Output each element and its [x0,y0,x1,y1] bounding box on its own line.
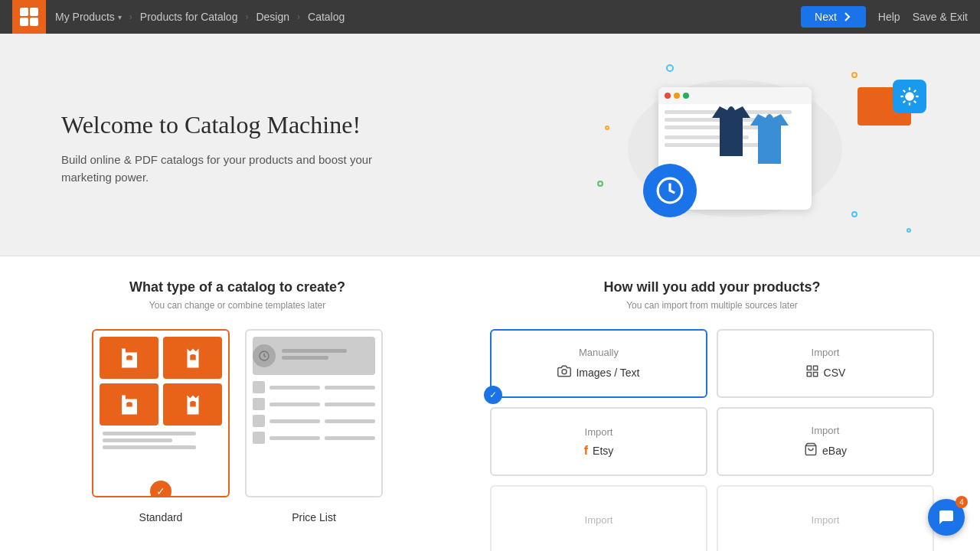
orange-cell-3 [100,383,158,425]
etsy-label: f Etsy [584,444,614,458]
other2-title: Import [812,514,840,526]
svg-rect-3 [30,18,38,26]
breadcrumb-my-products[interactable]: My Products ▾ [55,11,122,23]
catalog-type-standard[interactable]: ✓ [92,329,230,497]
bag-icon [804,442,818,458]
pl-row-4 [253,432,375,444]
main-content: What type of a catalog to create? You ca… [0,256,980,551]
pl-row-icon-4 [253,432,265,444]
product-option-etsy[interactable]: Import f Etsy [490,407,707,476]
breadcrumb-arrow-2: › [245,11,248,22]
svg-rect-16 [807,366,811,370]
app-logo[interactable] [12,0,46,34]
product-option-other1[interactable]: Import [490,485,707,551]
browser-bar [658,87,812,104]
svg-rect-17 [813,366,817,370]
svg-rect-18 [813,373,817,377]
pl-row-3 [253,415,375,427]
navbar: My Products ▾ › Products for Catalog › D… [0,0,980,34]
svg-point-15 [562,370,567,374]
breadcrumb-products-for-catalog[interactable]: Products for Catalog [140,11,238,23]
right-panel: How will you add your products? You can … [490,279,934,551]
grid-icon [805,364,819,380]
browser-dot-green [683,93,689,99]
standard-grid [100,337,222,425]
orange-cell-2 [163,337,222,379]
product-option-other2[interactable]: Import [717,485,934,551]
catalog-type-price-list[interactable] [245,329,383,497]
pl-row-line-1 [270,386,320,390]
manually-check-badge: ✓ [484,386,502,404]
pl-row-line-4 [270,436,320,440]
product-option-csv[interactable]: Import CSV [717,329,934,398]
hero-sun-icon [893,80,926,113]
dot-4 [851,211,858,217]
help-link[interactable]: Help [878,11,900,23]
text-line-1 [103,432,196,435]
dot-2 [851,72,858,78]
save-exit-link[interactable]: Save & Exit [913,11,968,23]
pl-row-line-4b [325,436,375,440]
breadcrumb-arrow-3: › [297,11,300,22]
svg-rect-2 [20,18,28,26]
manually-label: Images / Text [557,364,639,380]
pl-row-icon-1 [253,381,265,393]
pl-row-2 [253,398,375,410]
pl-lines [282,349,375,363]
svg-line-12 [903,101,906,103]
svg-rect-1 [30,8,38,16]
pl-row-line-1b [325,386,375,390]
pl-row-1 [253,381,375,393]
next-button[interactable]: Next [801,6,866,28]
standard-text-lines [100,432,222,449]
csv-title: Import [812,347,840,358]
left-panel: What type of a catalog to create? You ca… [46,279,429,551]
pl-row-line-2 [270,403,320,406]
hero-text: Welcome to Catalog Machine! Build online… [61,111,383,186]
pl-row-line-3 [270,419,320,423]
dropdown-arrow-icon: ▾ [118,13,122,21]
pricelist-card-inner [247,331,381,468]
catalog-type-subtitle: You can change or combine templates late… [46,300,429,311]
etsy-title: Import [585,426,613,438]
chat-button[interactable]: 4 [928,499,965,536]
catalog-type-title: What type of a catalog to create? [46,279,429,295]
svg-line-9 [903,90,906,93]
hero-illustration [597,64,919,233]
product-option-ebay[interactable]: Import eBay [717,407,934,476]
dot-5 [605,126,609,130]
standard-card-inner [93,331,228,468]
nav-actions: Next Help Save & Exit [801,6,968,28]
standard-label: Standard [92,511,230,523]
dot-3 [597,181,603,187]
product-options-grid: Manually Images / Text ✓ Import [490,329,934,551]
pl-row-icon-3 [253,415,265,427]
camera-icon [557,364,571,380]
browser-dot-red [665,93,671,99]
text-line-3 [103,445,196,449]
svg-point-4 [905,92,914,101]
product-option-manually[interactable]: Manually Images / Text ✓ [490,329,707,398]
chat-badge: 4 [956,496,968,508]
standard-check-badge: ✓ [150,481,172,497]
breadcrumb-design[interactable]: Design [256,11,289,23]
svg-line-10 [914,101,916,103]
pl-line-1 [282,349,347,353]
pl-rows [253,381,375,444]
add-products-title: How will you add your products? [490,279,934,295]
breadcrumb-catalog[interactable]: Catalog [308,11,345,23]
price-list-label: Price List [245,511,383,523]
pl-row-line-3b [325,419,375,423]
svg-rect-0 [20,8,28,16]
catalog-types: ✓ [46,329,429,497]
pl-row-line-2b [325,403,375,406]
breadcrumb: My Products ▾ › Products for Catalog › D… [55,11,801,23]
csv-label: CSV [805,364,846,380]
pl-circle [253,344,276,367]
dot-1 [666,64,674,72]
add-products-subtitle: You can import from multiple sources lat… [490,300,934,311]
hero-title: Welcome to Catalog Machine! [61,111,383,139]
text-line-2 [103,439,172,442]
orange-cell-1 [100,337,158,379]
hero-clock-circle [643,164,697,217]
